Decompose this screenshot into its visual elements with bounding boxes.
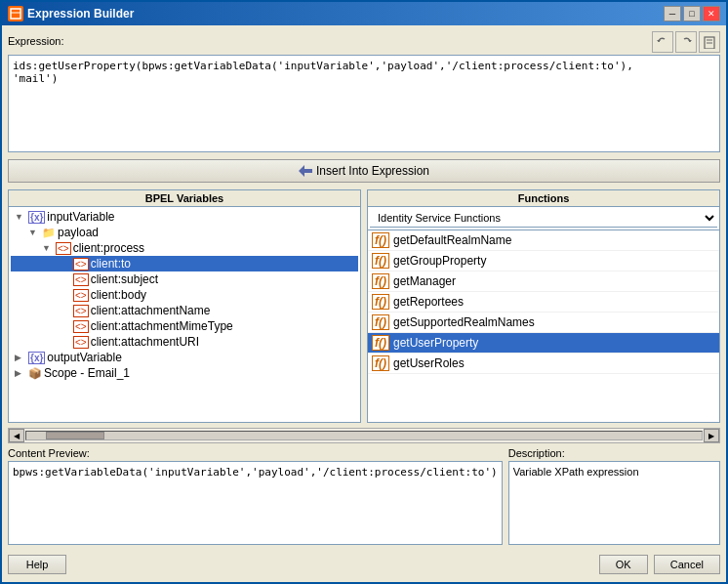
tree-item-client-subject[interactable]: <> client:subject [11,271,358,287]
expression-builder-window: Expression Builder ─ □ ✕ Expression: [0,0,728,584]
func-item-getuserroles[interactable]: f() getUserRoles [368,354,719,374]
tree-item-scope-email[interactable]: ▶ 📦 Scope - Email_1 [11,365,358,381]
functions-list: f() getDefaultRealmName f() getGroupProp… [368,230,719,422]
clear-icon[interactable] [699,31,720,53]
cancel-button[interactable]: Cancel [654,555,720,574]
footer-row: Help OK Cancel [8,553,720,576]
window-content: Expression: [2,25,726,582]
svg-marker-2 [657,40,661,42]
scroll-track [25,431,703,440]
func-icon: f() [372,232,389,248]
func-item-getuserproperty[interactable]: f() getUserProperty [368,333,719,354]
functions-category-dropdown[interactable]: Identity Service Functions XPath Functio… [370,209,717,228]
maximize-button[interactable]: □ [683,6,701,21]
content-preview-box: bpws:getVariableData('inputVariable','pa… [8,461,503,545]
tree-item-client-body[interactable]: <> client:body [11,287,358,303]
ok-button[interactable]: OK [599,555,648,574]
close-button[interactable]: ✕ [703,6,720,21]
window-title: Expression Builder [27,7,134,21]
title-controls: ─ □ ✕ [664,6,720,21]
help-button[interactable]: Help [8,555,66,574]
footer-right: OK Cancel [599,555,720,574]
func-icon: f() [372,253,389,269]
functions-panel: Functions Identity Service Functions XPa… [367,189,720,423]
insert-btn-row: Insert Into Expression [8,159,720,183]
bpel-panel-title: BPEL Variables [9,190,360,207]
scroll-thumb[interactable] [46,432,104,439]
undo-icon[interactable] [652,31,673,53]
func-icon: f() [372,335,389,351]
scroll-right-button[interactable]: ▶ [704,429,719,442]
horizontal-scrollbar[interactable]: ◀ ▶ [8,428,720,443]
func-icon: f() [372,314,389,330]
func-item-getdefaultrealmname[interactable]: f() getDefaultRealmName [368,230,719,251]
toolbar-icons [652,31,720,53]
bottom-section: Content Preview: bpws:getVariableData('i… [8,447,720,545]
redo-icon[interactable] [675,31,697,53]
tree-item-attachment-uri[interactable]: <> client:attachmentURI [11,334,358,350]
middle-section: BPEL Variables ▼ {x} inputVariable ▼ 📁 [8,189,720,423]
footer-left: Help [8,555,66,574]
expression-header: Expression: [8,31,720,53]
functions-panel-title: Functions [368,190,719,207]
svg-rect-0 [11,9,20,19]
title-bar: Expression Builder ─ □ ✕ [2,2,726,25]
scroll-left-button[interactable]: ◀ [9,429,24,442]
minimize-button[interactable]: ─ [664,6,681,21]
description-box: Variable XPath expression [508,461,720,545]
functions-dropdown-row: Identity Service Functions XPath Functio… [368,207,719,230]
expression-label: Expression: [8,35,63,47]
tree-item-payload[interactable]: ▼ 📁 payload [11,225,358,240]
expression-input[interactable]: ids:getUserProperty(bpws:getVariableData… [8,55,720,152]
svg-marker-3 [688,40,692,42]
tree-item-client-to[interactable]: <> client:to [11,256,358,271]
bpel-tree: ▼ {x} inputVariable ▼ 📁 payload ▼ [9,207,360,422]
tree-item-attachment-mime[interactable]: <> client:attachmentMimeType [11,318,358,334]
func-icon: f() [372,294,389,310]
func-item-getgroupproperty[interactable]: f() getGroupProperty [368,251,719,271]
bpel-panel: BPEL Variables ▼ {x} inputVariable ▼ 📁 [8,189,361,423]
func-item-getmanager[interactable]: f() getManager [368,271,719,292]
svg-marker-7 [299,165,312,177]
insert-button[interactable]: Insert Into Expression [8,159,720,183]
description-panel: Description: Variable XPath expression [508,447,720,545]
window-icon [8,6,23,21]
func-item-getreportees[interactable]: f() getReportees [368,292,719,313]
expression-section: Expression: [8,31,720,152]
func-icon: f() [372,355,389,371]
content-preview-label: Content Preview: [8,447,503,459]
tree-item-outputvariable[interactable]: ▶ {x} outputVariable [11,350,358,365]
tree-item-client-process[interactable]: ▼ <> client:process [11,240,358,256]
tree-item-attachment-name[interactable]: <> client:attachmentName [11,303,358,318]
title-bar-left: Expression Builder [8,6,134,21]
tree-item-inputvariable[interactable]: ▼ {x} inputVariable [11,209,358,225]
description-label: Description: [508,447,720,459]
content-preview-panel: Content Preview: bpws:getVariableData('i… [8,447,503,545]
func-item-getsupportedrealmnames[interactable]: f() getSupportedRealmNames [368,313,719,333]
func-icon: f() [372,273,389,289]
